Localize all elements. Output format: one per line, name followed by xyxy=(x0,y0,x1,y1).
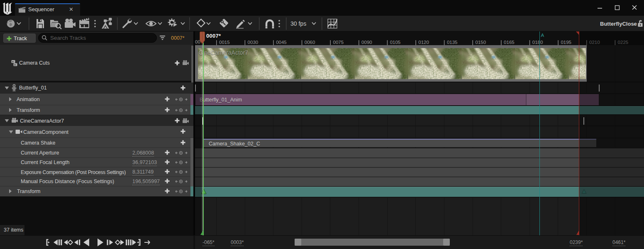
svg-text:0150: 0150 xyxy=(476,40,486,45)
svg-text:0075: 0075 xyxy=(333,40,344,45)
svg-text:0060: 0060 xyxy=(305,40,315,45)
svg-text:0165: 0165 xyxy=(504,40,515,45)
svg-text:0045: 0045 xyxy=(276,40,287,45)
svg-text:0105: 0105 xyxy=(390,40,401,45)
svg-text:30 fps: 30 fps xyxy=(290,20,306,27)
svg-text:0195: 0195 xyxy=(561,40,571,45)
svg-text:0135: 0135 xyxy=(447,40,458,45)
svg-text:ButterflyClose: ButterflyClose xyxy=(600,21,637,27)
svg-text:0030: 0030 xyxy=(248,40,259,45)
svg-text:0090: 0090 xyxy=(361,40,372,45)
svg-text:0120: 0120 xyxy=(418,40,429,45)
svg-text:0015: 0015 xyxy=(219,40,230,45)
svg-text:0180: 0180 xyxy=(532,40,543,45)
